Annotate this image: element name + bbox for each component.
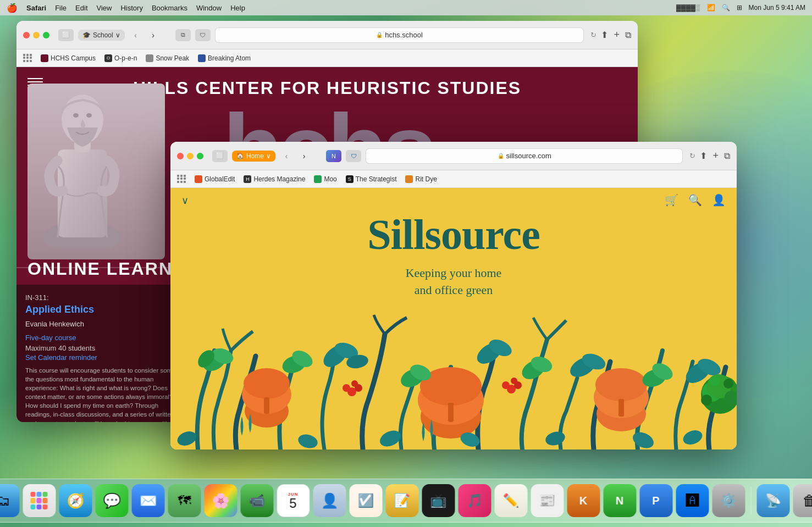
grid-icon-sillsource[interactable] <box>177 175 186 184</box>
dock-item-safari[interactable]: 🧭 <box>59 484 92 517</box>
dock-item-reminders[interactable]: ☑️ <box>349 484 382 517</box>
fullscreen-button-sillsource[interactable] <box>197 153 203 159</box>
dock-separator <box>750 487 751 514</box>
bookmark-globaledit[interactable]: GlobalEdit <box>195 175 235 183</box>
close-button-hchs[interactable] <box>23 32 30 38</box>
search-icon-sillsource[interactable]: 🔍 <box>688 193 702 207</box>
cart-icon[interactable]: 🛒 <box>665 193 678 207</box>
dock: 🗂 🧭 💬 ✉️ 🗺 🌸 📹 JUN 5 👤 <box>0 479 812 523</box>
sidebar-toggle-hchs[interactable]: ⬜ <box>58 29 74 41</box>
forward-button-hchs[interactable]: › <box>147 29 160 42</box>
traffic-lights-sillsource <box>177 153 203 159</box>
reload-button-hchs[interactable]: ↻ <box>590 31 596 39</box>
sidebar-toggle-sillsource[interactable]: ⬜ <box>212 150 228 162</box>
forward-button-sillsource[interactable]: › <box>297 149 311 163</box>
dock-item-appstore[interactable]: 🅰 <box>676 484 709 517</box>
menu-history[interactable]: History <box>120 4 142 12</box>
dock-item-trash[interactable]: 🗑 <box>793 484 812 517</box>
bookmark-open[interactable]: O O-p-e-n <box>104 54 137 62</box>
dock-item-facetime[interactable]: 📹 <box>240 484 273 517</box>
dock-item-notes[interactable]: 📝 <box>385 484 418 517</box>
bookmarks-bar-sillsource: GlobalEdit H Herdes Magazine Moo S The S… <box>170 170 737 188</box>
course-days-link[interactable]: Five-day course <box>25 334 184 342</box>
extensions-btn-hchs[interactable]: 🛡 <box>195 29 211 41</box>
bookmark-snow-peak[interactable]: Snow Peak <box>146 54 189 62</box>
svg-point-55 <box>297 432 319 450</box>
dock-item-launchpad[interactable] <box>23 484 56 517</box>
new-tab-button-hchs[interactable]: + <box>614 29 620 41</box>
extensions-btn-sillsource[interactable]: 🛡 <box>346 150 361 162</box>
share-button-sillsource[interactable]: ⬆ <box>700 151 707 161</box>
menubar-right: ▓▓▓▓░ 📶 🔍 ⊞ Mon Jun 5 9:41 AM <box>676 4 805 12</box>
svg-point-60 <box>681 428 704 447</box>
control-center-icon[interactable]: ⊞ <box>737 4 742 12</box>
dock-item-finder[interactable]: 🗂 <box>0 484 19 517</box>
bookmark-hchs-campus[interactable]: HCHS Campus <box>41 54 96 62</box>
dock-item-keynote[interactable]: K <box>567 484 600 517</box>
bookmark-breaking-atom[interactable]: Breaking Atom <box>198 54 251 62</box>
bookmark-moo[interactable]: Moo <box>314 175 336 183</box>
dock-item-system-settings[interactable]: ⚙️ <box>712 484 745 517</box>
menu-edit[interactable]: Edit <box>75 4 87 12</box>
apple-menu[interactable]: 🍎 <box>7 3 18 13</box>
floral-decoration <box>170 307 737 450</box>
menu-bookmarks[interactable]: Bookmarks <box>152 4 187 12</box>
minimize-button-sillsource[interactable] <box>187 153 194 159</box>
menu-help[interactable]: Help <box>230 4 245 12</box>
search-menubar-icon[interactable]: 🔍 <box>722 4 730 12</box>
svg-point-58 <box>544 430 567 447</box>
svg-point-40 <box>343 384 350 392</box>
dock-item-news[interactable]: 📰 <box>531 484 564 517</box>
svg-point-53 <box>723 379 733 389</box>
bookmark-rit-dye[interactable]: Rit Dye <box>405 175 437 183</box>
back-button-hchs[interactable]: ‹ <box>129 29 142 42</box>
dock-item-numbers[interactable]: N <box>603 484 636 517</box>
bookmark-strategist[interactable]: S The Strategist <box>346 175 397 183</box>
dock-item-tv[interactable]: 📺 <box>422 484 455 517</box>
url-text-sillsource: sillsource.com <box>506 152 551 160</box>
menu-window[interactable]: Window <box>196 4 222 12</box>
menu-safari[interactable]: Safari <box>26 4 46 12</box>
address-bar-sillsource[interactable]: 🔒 sillsource.com <box>366 148 683 164</box>
dock-item-calendar[interactable]: JUN 5 <box>277 484 310 517</box>
course-calendar-reminder[interactable]: Set Calendar reminder <box>25 353 184 362</box>
new-tab-button-sillsource[interactable]: + <box>712 150 719 162</box>
dock-item-freeform[interactable]: ✏️ <box>494 484 527 517</box>
menu-view[interactable]: View <box>97 4 112 12</box>
tab-overview-btn-sillsource[interactable]: N <box>326 150 341 162</box>
menu-file[interactable]: File <box>55 4 67 12</box>
dock-item-messages[interactable]: 💬 <box>95 484 128 517</box>
svg-point-44 <box>502 381 510 389</box>
dock-item-airdrop[interactable]: 📡 <box>756 484 789 517</box>
dock-item-contacts[interactable]: 👤 <box>313 484 346 517</box>
minimize-button-hchs[interactable] <box>33 32 40 38</box>
back-button-sillsource[interactable]: ‹ <box>280 149 293 163</box>
dock-item-pages[interactable]: P <box>639 484 672 517</box>
tab-switcher-button-sillsource[interactable]: ⧉ <box>724 151 730 161</box>
reload-button-sillsource[interactable]: ↻ <box>689 152 695 160</box>
tab-switcher-button-hchs[interactable]: ⧉ <box>625 30 631 40</box>
account-icon[interactable]: 👤 <box>712 193 726 207</box>
sillsource-site-title: Sillsource <box>170 210 737 259</box>
svg-rect-13 <box>448 403 454 422</box>
sillsource-nav-chevron[interactable]: ∨ <box>181 195 189 207</box>
bookmark-herdes[interactable]: H Herdes Magazine <box>244 175 305 183</box>
course-card-applied-ethics: IN-311: Applied Ethics Evania Henkewich … <box>16 285 192 422</box>
course-code: IN-311: <box>25 293 184 302</box>
grid-icon-hchs[interactable] <box>23 54 32 63</box>
fullscreen-button-hchs[interactable] <box>43 32 49 38</box>
share-button-hchs[interactable]: ⬆ <box>601 30 608 40</box>
close-button-sillsource[interactable] <box>177 153 184 159</box>
dock-item-mail[interactable]: ✉️ <box>131 484 164 517</box>
traffic-lights-hchs <box>23 32 49 38</box>
address-bar-hchs[interactable]: 🔒 hchs.school <box>215 27 584 43</box>
dock-item-maps[interactable]: 🗺 <box>168 484 201 517</box>
dock-item-photos[interactable]: 🌸 <box>204 484 237 517</box>
svg-rect-17 <box>618 399 624 417</box>
tab-group-hchs[interactable]: 🎓 School ∨ <box>78 30 125 41</box>
tab-overview-btn-hchs[interactable]: ⧉ <box>175 29 191 41</box>
dock-item-music[interactable]: 🎵 <box>458 484 491 517</box>
sillsource-header-icons: 🛒 🔍 👤 <box>665 193 726 207</box>
tab-group-sillsource[interactable]: 🏠 Home ∨ <box>232 151 275 162</box>
lock-icon-hchs: 🔒 <box>376 32 383 38</box>
